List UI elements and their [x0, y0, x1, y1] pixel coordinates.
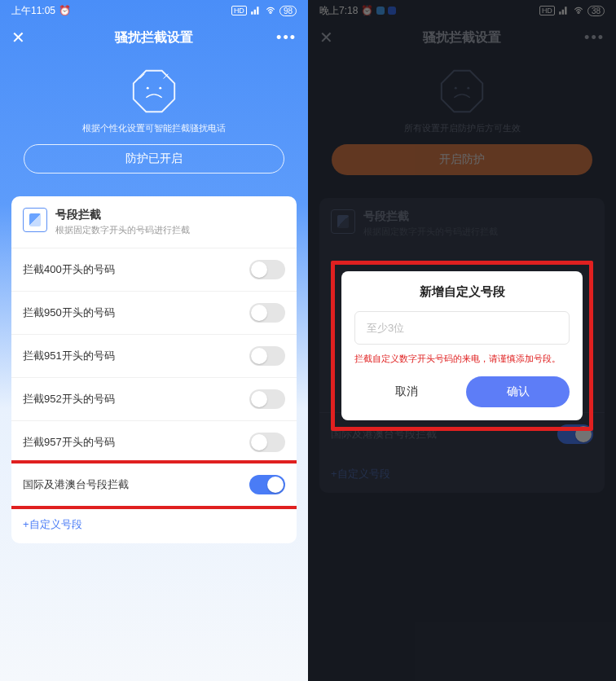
block-951-toggle[interactable] [249, 346, 285, 366]
signal-icon [250, 5, 262, 16]
block-400-row[interactable]: 拦截400开头的号码 [11, 248, 297, 291]
add-segment-dialog: 新增自定义号段 拦截自定义数字开头号码的来电，请谨慎添加号段。 取消 确认 [341, 271, 583, 420]
protection-enabled-button[interactable]: 防护已开启 [24, 144, 284, 174]
row-label: 拦截950开头的号码 [23, 305, 115, 320]
block-400-toggle[interactable] [249, 260, 285, 279]
hd-icon: HD [231, 6, 247, 15]
block-952-toggle[interactable] [249, 389, 285, 409]
add-custom-segment-link[interactable]: +自定义号段 [11, 506, 297, 543]
row-label: 拦截400开头的号码 [23, 262, 115, 277]
shield-icon [128, 65, 180, 117]
phone-icon [23, 208, 47, 232]
phone-right: 晚上7:18 ⏰ HD 38 ✕ 骚扰拦截设置 ••• 所有设置开启防护后方可生… [308, 0, 616, 681]
alarm-icon: ⏰ [59, 5, 71, 16]
modal-overlay[interactable]: 新增自定义号段 拦截自定义数字开头号码的来电，请谨慎添加号段。 取消 确认 [308, 0, 616, 681]
status-bar: 上午11:05 ⏰ HD 98 [0, 0, 308, 21]
block-950-row[interactable]: 拦截950开头的号码 [11, 291, 297, 334]
segment-input[interactable] [354, 311, 570, 345]
block-957-toggle[interactable] [249, 433, 285, 452]
dialog-title: 新增自定义号段 [354, 284, 570, 300]
row-label: 拦截951开头的号码 [23, 349, 115, 363]
cancel-button[interactable]: 取消 [354, 376, 458, 407]
block-950-toggle[interactable] [249, 303, 285, 323]
page-title: 骚扰拦截设置 [115, 29, 193, 46]
hero-desc: 根据个性化设置可智能拦截骚扰电话 [82, 122, 226, 134]
row-label: 拦截952开头的号码 [23, 392, 115, 406]
confirm-button[interactable]: 确认 [466, 376, 570, 407]
more-icon[interactable]: ••• [276, 29, 297, 46]
block-952-row[interactable]: 拦截952开头的号码 [11, 377, 297, 420]
intl-block-row-highlighted[interactable]: 国际及港澳台号段拦截 [11, 460, 297, 509]
wifi-icon [265, 5, 276, 16]
title-bar: ✕ 骚扰拦截设置 ••• [0, 21, 308, 54]
block-951-row[interactable]: 拦截951开头的号码 [11, 334, 297, 377]
hero: 根据个性化设置可智能拦截骚扰电话 防护已开启 [0, 54, 308, 187]
intl-block-label: 国际及港澳台号段拦截 [23, 477, 129, 492]
close-icon[interactable]: ✕ [11, 28, 25, 47]
card-header: 号段拦截 根据固定数字开头的号码进行拦截 [11, 196, 297, 248]
block-957-row[interactable]: 拦截957开头的号码 [11, 420, 297, 464]
dialog-warning: 拦截自定义数字开头号码的来电，请谨慎添加号段。 [354, 353, 570, 365]
dialog-highlight: 新增自定义号段 拦截自定义数字开头号码的来电，请谨慎添加号段。 取消 确认 [331, 261, 593, 431]
segment-blocking-card: 号段拦截 根据固定数字开头的号码进行拦截 拦截400开头的号码 拦截950开头的… [11, 196, 297, 543]
card-desc: 根据固定数字开头的号码进行拦截 [55, 224, 190, 236]
row-label: 拦截957开头的号码 [23, 435, 115, 450]
svg-point-1 [147, 87, 149, 90]
intl-block-toggle[interactable] [249, 475, 285, 494]
svg-point-2 [159, 87, 161, 90]
phone-left: 上午11:05 ⏰ HD 98 ✕ 骚扰拦截设置 ••• 根据个性化设置可智能拦… [0, 0, 308, 681]
svg-marker-0 [134, 71, 174, 112]
battery-level: 98 [279, 6, 297, 16]
status-time: 上午11:05 [11, 4, 55, 18]
card-title: 号段拦截 [55, 208, 190, 222]
